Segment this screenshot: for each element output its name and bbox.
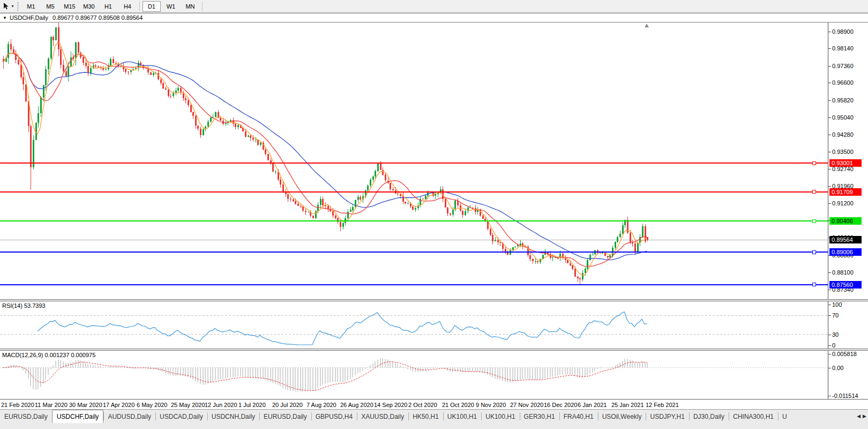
- price-tick-label: 0.96600: [832, 79, 854, 86]
- price-level-badge: 0.89006: [829, 248, 862, 256]
- timeframe-button-w1[interactable]: W1: [162, 1, 180, 12]
- rsi-plot-area[interactable]: [0, 301, 828, 349]
- macd-indicator-label: MACD(12,26,9) 0.001237 0.000975: [2, 352, 95, 358]
- date-label: 7 Aug 2020: [306, 402, 336, 408]
- rsi-tick-label: 70: [832, 312, 839, 319]
- symbol-tab-audusd-daily[interactable]: AUDUSD,Daily: [103, 410, 155, 423]
- rsi-pane: RSI(14) 53.7393 10070300: [0, 301, 868, 349]
- rsi-tick-label: 0: [832, 342, 835, 349]
- price-tick-label: 0.94280: [832, 131, 854, 138]
- symbol-tab-usdchf-daily[interactable]: USDCHF,Daily: [52, 410, 104, 423]
- timeframe-button-mn[interactable]: MN: [181, 1, 199, 12]
- rsi-indicator-label: RSI(14) 53.7393: [2, 302, 46, 309]
- symbol-tab-xauusd-daily[interactable]: XAUUSD,Daily: [357, 410, 408, 423]
- price-tick-label: 0.93500: [832, 149, 854, 155]
- symbol-tab-uk100-h1[interactable]: UK100,H1: [481, 410, 519, 423]
- date-label: 1 Jul 2020: [238, 402, 266, 408]
- cursor-tool-icon[interactable]: [2, 2, 10, 11]
- symbol-tab-usdcad-daily[interactable]: USDCAD,Daily: [155, 410, 207, 423]
- date-label: 12 Feb 2021: [646, 402, 679, 408]
- timeframe-button-m5[interactable]: M5: [41, 1, 59, 12]
- timeframe-toolbar: ▼ M1M5M15M30H1H4D1W1MN: [0, 0, 868, 13]
- rsi-tick-label: 100: [832, 301, 842, 308]
- rsi-axis[interactable]: 10070300: [828, 301, 868, 349]
- chart-window: ▼ USDCHF,Daily 0.89677 0.89677 0.89508 0…: [0, 13, 868, 409]
- symbol-tab-fra40-h1[interactable]: FRA40,H1: [559, 410, 598, 423]
- symbol-tab-eurusd-daily[interactable]: EURUSD,Daily: [259, 410, 311, 423]
- symbol-tab-eurusd-daily[interactable]: EURUSD,Daily: [0, 410, 52, 423]
- symbol-tab-gbpusd-h4[interactable]: GBPUSD,H4: [311, 410, 357, 423]
- date-label: 25 May 2020: [171, 402, 205, 408]
- macd-tick-label: 0.005818: [832, 351, 857, 357]
- symbol-tab-dj30-daily[interactable]: DJ30,Daily: [689, 410, 729, 423]
- price-tick-label: 0.98140: [832, 45, 854, 51]
- macd-pane: MACD(12,26,9) 0.001237 0.000975 0.005818…: [0, 351, 868, 399]
- symbol-tab-ger30-h1[interactable]: GER30,H1: [520, 410, 559, 423]
- price-plot-area[interactable]: [0, 23, 828, 299]
- macd-plot-area[interactable]: [0, 351, 828, 399]
- chart-ohlc-values: 0.89677 0.89677 0.89508 0.89564: [53, 14, 143, 21]
- date-label: 2 Oct 2020: [408, 402, 437, 408]
- toolbar-separator: [202, 2, 203, 11]
- tab-scroll-left-icon[interactable]: ◀: [857, 412, 860, 420]
- price-level-badge: 0.91709: [829, 188, 862, 196]
- symbol-tab-hk50-h1[interactable]: HK50,H1: [408, 410, 443, 423]
- date-label: 21 Oct 2020: [442, 402, 474, 408]
- macd-tick-label: -0.011514: [832, 393, 858, 399]
- price-axis[interactable]: 0.989000.981400.973600.966000.958200.950…: [828, 23, 868, 299]
- date-label: 16 Dec 2020: [544, 402, 577, 408]
- price-tick-label: 0.98900: [832, 28, 854, 35]
- symbol-tab-u[interactable]: U: [778, 410, 791, 423]
- date-label: 25 Jan 2021: [611, 402, 644, 408]
- date-label: 30 Mar 2020: [69, 402, 102, 408]
- price-tick-label: 0.91200: [832, 200, 854, 206]
- toolbar-separator: [139, 2, 140, 11]
- timeframe-button-m15[interactable]: M15: [61, 1, 79, 12]
- timeframe-button-d1[interactable]: D1: [143, 1, 161, 12]
- date-label: 12 Jun 2020: [205, 402, 237, 408]
- symbol-tab-usoil-weekly[interactable]: USOil,Weekly: [598, 410, 646, 423]
- date-label: 27 Nov 2020: [510, 402, 543, 408]
- timeframe-button-m30[interactable]: M30: [80, 1, 98, 12]
- price-level-badge: 0.87560: [829, 281, 862, 289]
- chart-title-bar: ▼ USDCHF,Daily 0.89677 0.89677 0.89508 0…: [0, 13, 868, 23]
- date-label: 11 Mar 2020: [35, 402, 68, 408]
- price-tick-label: 0.95040: [832, 114, 854, 121]
- price-tick-label: 0.97360: [832, 63, 854, 69]
- price-tick-label: 0.95820: [832, 97, 854, 103]
- date-label: 6 Jan 2021: [578, 402, 607, 408]
- date-label: 26 Aug 2020: [340, 402, 373, 408]
- chart-shift-marker: [645, 24, 649, 27]
- symbol-tab-uk100-h1[interactable]: UK100,H1: [443, 410, 481, 423]
- chart-symbol-title: USDCHF,Daily: [10, 14, 48, 21]
- timeframe-button-h1[interactable]: H1: [99, 1, 117, 12]
- date-label: 6 May 2020: [137, 402, 167, 408]
- timeframe-button-m1[interactable]: M1: [22, 1, 40, 12]
- symbol-tab-usdjpy-h1[interactable]: USDJPY,H1: [646, 410, 689, 423]
- timeframe-button-h4[interactable]: H4: [118, 1, 137, 12]
- rsi-chart: [0, 301, 828, 349]
- price-pane: 0.989000.981400.973600.966000.958200.950…: [0, 23, 868, 299]
- macd-chart: [0, 351, 828, 399]
- current-price-badge: 0.89564: [829, 236, 862, 243]
- tool-dropdown-caret[interactable]: ▼: [11, 4, 14, 8]
- symbol-tab-bar: EURUSD,DailyUSDCHF,DailyAUDUSD,DailyUSDC…: [0, 409, 868, 429]
- price-level-badge: 0.93001: [829, 159, 862, 167]
- macd-tick-label: 0.00: [832, 365, 843, 371]
- date-label: 20 Jul 2020: [272, 402, 303, 408]
- date-label: 14 Sep 2020: [374, 402, 407, 408]
- date-axis[interactable]: 21 Feb 202011 Mar 202030 Mar 202017 Apr …: [0, 400, 868, 410]
- date-label: 21 Feb 2020: [1, 402, 34, 408]
- toolbar-drag-handle[interactable]: [17, 2, 19, 11]
- tab-scroll-right-icon[interactable]: ▶: [863, 412, 866, 420]
- macd-axis[interactable]: 0.0058180.00-0.011514: [828, 351, 868, 399]
- collapse-caret-icon[interactable]: ▼: [3, 16, 7, 20]
- price-level-badge: 0.90406: [829, 217, 862, 225]
- date-label: 17 Apr 2020: [103, 402, 134, 408]
- rsi-tick-label: 30: [832, 331, 839, 338]
- symbol-tab-china300-h1[interactable]: CHINA300,H1: [729, 410, 778, 423]
- date-label: 9 Nov 2020: [476, 402, 506, 408]
- candlestick-chart: [0, 23, 828, 299]
- symbol-tab-usdcnh-daily[interactable]: USDCNH,Daily: [207, 410, 259, 423]
- price-tick-label: 0.88100: [832, 269, 854, 276]
